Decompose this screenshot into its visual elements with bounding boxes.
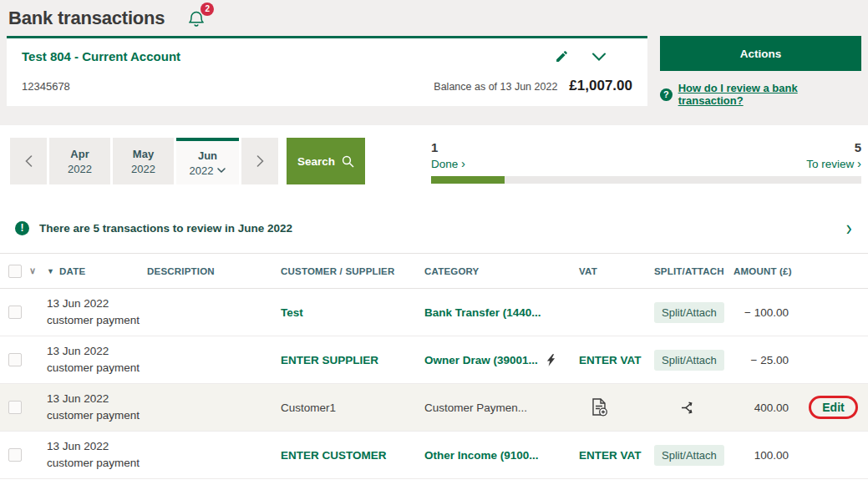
alert-chevron-right-icon: › xyxy=(846,217,852,239)
table-header-row: ∨ ▼ DATE DESCRIPTION CUSTOMER / SUPPLIER… xyxy=(0,253,868,289)
notification-badge: 2 xyxy=(201,3,214,16)
question-circle-icon: ? xyxy=(660,88,673,101)
category-link[interactable]: Other Income (9100... xyxy=(424,449,539,462)
tab-jun-2022-selected[interactable]: Jun 2022 xyxy=(176,138,239,184)
amount-cell: 400.00 xyxy=(733,402,799,414)
transaction-date: 13 Jun 2022 xyxy=(47,391,147,407)
header-split-attach: SPLIT/ATTACH xyxy=(654,266,733,276)
table-row: 13 Jun 2022 customer payment ENTER CUSTO… xyxy=(0,432,868,479)
search-button[interactable]: Search xyxy=(287,138,365,184)
search-button-label: Search xyxy=(297,155,335,168)
row-checkbox[interactable] xyxy=(8,401,22,414)
chevron-right-icon xyxy=(256,155,264,167)
review-alert-banner[interactable]: ! There are 5 transactions to review in … xyxy=(0,203,868,253)
amount-cell: − 25.00 xyxy=(733,354,799,366)
exclamation-circle-icon: ! xyxy=(15,221,29,235)
transaction-type: customer payment xyxy=(47,407,147,424)
done-label: Done xyxy=(431,158,458,170)
header-customer-supplier: CUSTOMER / SUPPLIER xyxy=(281,266,424,276)
main-content: Apr 2022 May 2022 Jun 2022 xyxy=(0,125,868,479)
balance-value: £1,007.00 xyxy=(569,78,632,94)
enter-vat-link[interactable]: ENTER VAT xyxy=(579,354,642,366)
amount-cell: − 100.00 xyxy=(733,306,799,319)
edit-button[interactable]: Edit xyxy=(822,401,844,414)
actions-button[interactable]: Actions xyxy=(660,36,861,71)
account-number: 12345678 xyxy=(22,80,70,93)
amount-cell: 100.00 xyxy=(733,449,799,462)
tab-month-label: May xyxy=(133,148,154,160)
header-date[interactable]: DATE xyxy=(59,266,85,276)
transactions-table: ∨ ▼ DATE DESCRIPTION CUSTOMER / SUPPLIER… xyxy=(0,253,868,479)
table-row-highlighted: 13 Jun 2022 customer payment Customer1 C… xyxy=(0,384,868,432)
to-review-link[interactable]: To review › xyxy=(806,158,861,170)
transaction-date: 13 Jun 2022 xyxy=(47,438,147,455)
document-add-icon[interactable] xyxy=(591,398,608,417)
next-month-button[interactable] xyxy=(241,138,278,184)
table-row: 13 Jun 2022 customer payment Test Bank T… xyxy=(0,289,868,336)
select-menu-chevron-icon[interactable]: ∨ xyxy=(29,265,36,276)
help-link-label: How do I review a bank transaction? xyxy=(678,82,861,107)
category-link[interactable]: Owner Draw (39001... xyxy=(424,354,538,366)
tab-year-label: 2022 xyxy=(131,163,155,175)
category-name: Customer Paymen... xyxy=(424,402,527,414)
review-progress: 1 Done › 5 To review › xyxy=(431,138,861,184)
progress-bar xyxy=(431,176,861,184)
transaction-date: 13 Jun 2022 xyxy=(47,343,147,360)
sort-desc-icon[interactable]: ▼ xyxy=(47,267,54,275)
tab-year-label: 2022 xyxy=(190,164,214,177)
to-review-label: To review xyxy=(806,158,854,170)
customer-link[interactable]: Test xyxy=(281,306,303,319)
alert-message: There are 5 transactions to review in Ju… xyxy=(39,222,292,235)
row-checkbox[interactable] xyxy=(8,448,22,462)
notifications-button[interactable]: 2 xyxy=(186,8,206,28)
transaction-date: 13 Jun 2022 xyxy=(47,295,147,312)
tab-month-label: Apr xyxy=(70,148,89,160)
row-checkbox[interactable] xyxy=(8,306,22,319)
page-title: Bank transactions xyxy=(8,8,165,29)
help-link[interactable]: ? How do I review a bank transaction? xyxy=(660,82,861,107)
split-attach-button[interactable]: Split/Attach xyxy=(654,302,724,323)
edit-account-pencil-icon[interactable] xyxy=(555,49,569,63)
to-review-count: 5 xyxy=(806,139,861,156)
search-icon xyxy=(342,155,354,168)
to-review-chevron-right-icon: › xyxy=(857,156,861,170)
header-vat: VAT xyxy=(579,266,654,276)
header-amount: AMOUNT (£) xyxy=(733,266,799,276)
tab-year-label: 2022 xyxy=(68,163,92,175)
transaction-type: customer payment xyxy=(47,455,147,472)
chevron-left-icon xyxy=(25,155,33,167)
split-attach-button[interactable]: Split/Attach xyxy=(654,350,724,371)
tab-month-label: Jun xyxy=(198,149,217,162)
account-band: Test 804 - Current Account 12345678 Bala… xyxy=(0,36,868,125)
header-category: CATEGORY xyxy=(424,266,579,276)
month-dropdown-chevron-icon xyxy=(217,168,226,174)
done-link[interactable]: Done › xyxy=(431,158,465,170)
edit-annotation-oval: Edit xyxy=(809,396,857,419)
header-description: DESCRIPTION xyxy=(147,266,281,276)
transaction-type: customer payment xyxy=(47,360,147,376)
table-row: 13 Jun 2022 customer payment ENTER SUPPL… xyxy=(0,336,868,384)
done-chevron-right-icon: › xyxy=(461,156,465,170)
transaction-type: customer payment xyxy=(47,312,147,329)
account-chevron-down-icon[interactable] xyxy=(592,53,606,61)
split-arrows-icon[interactable] xyxy=(680,400,696,416)
balance-label: Balance as of 13 Jun 2022 xyxy=(434,81,557,93)
month-tabs: Apr 2022 May 2022 Jun 2022 xyxy=(10,138,365,184)
row-checkbox[interactable] xyxy=(8,353,22,366)
account-panel: Test 804 - Current Account 12345678 Bala… xyxy=(7,36,647,106)
done-count: 1 xyxy=(431,139,465,156)
tab-apr-2022[interactable]: Apr 2022 xyxy=(49,138,110,184)
top-bar: Bank transactions 2 xyxy=(0,0,868,36)
select-all-checkbox[interactable] xyxy=(8,265,22,278)
customer-name: Customer1 xyxy=(281,402,336,414)
progress-fill xyxy=(431,176,505,184)
lightning-bolt-icon xyxy=(546,354,556,366)
split-attach-button[interactable]: Split/Attach xyxy=(654,445,724,466)
enter-vat-link[interactable]: ENTER VAT xyxy=(579,449,642,462)
account-name-link[interactable]: Test 804 - Current Account xyxy=(22,49,180,63)
category-link[interactable]: Bank Transfer (1440... xyxy=(424,306,541,319)
enter-customer-link[interactable]: ENTER CUSTOMER xyxy=(281,449,387,462)
prev-month-button[interactable] xyxy=(10,138,47,184)
tab-may-2022[interactable]: May 2022 xyxy=(113,138,174,184)
enter-supplier-link[interactable]: ENTER SUPPLIER xyxy=(281,354,378,366)
